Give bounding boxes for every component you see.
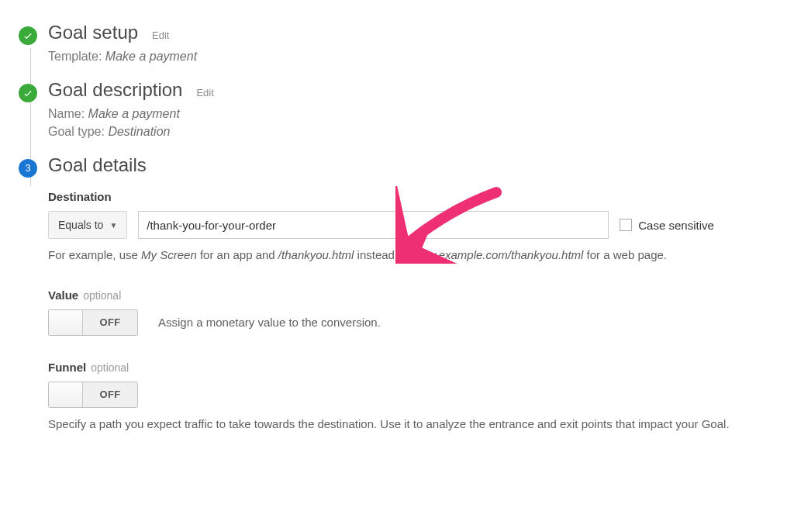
step-title: Goal setup <box>48 22 138 43</box>
step-goal-details: 3 Goal details Destination Equals to ▼ C… <box>19 154 775 447</box>
value-description: Assign a monetary value to the conversio… <box>158 316 381 329</box>
toggle-state: OFF <box>83 382 137 407</box>
destination-input[interactable] <box>138 211 609 239</box>
funnel-description: Specify a path you expect traffic to tak… <box>48 416 775 434</box>
step-goal-description: Goal description Edit Name: Make a payme… <box>19 79 775 154</box>
step-title: Goal description <box>48 79 182 101</box>
value-toggle[interactable]: OFF <box>48 309 138 336</box>
case-sensitive-label: Case sensitive <box>638 219 714 232</box>
case-sensitive-checkbox[interactable] <box>620 219 632 231</box>
edit-link[interactable]: Edit <box>152 29 169 41</box>
funnel-label: Funnel optional <box>48 361 775 374</box>
step-number-badge: 3 <box>19 159 37 178</box>
toggle-state: OFF <box>83 310 137 335</box>
toggle-knob <box>49 310 83 335</box>
destination-hint: For example, use My Screen for an app an… <box>48 247 769 264</box>
destination-label: Destination <box>48 190 775 203</box>
funnel-toggle[interactable]: OFF <box>48 382 138 408</box>
step-title: Goal details <box>48 154 147 176</box>
step-subtext: Template: Make a payment <box>48 48 775 65</box>
checkmark-icon <box>19 84 37 102</box>
checkmark-icon <box>19 26 37 45</box>
caret-down-icon: ▼ <box>109 221 117 230</box>
value-label: Value optional <box>48 288 775 302</box>
dropdown-label: Equals to <box>58 219 103 231</box>
match-type-dropdown[interactable]: Equals to ▼ <box>48 211 127 239</box>
step-goal-setup: Goal setup Edit Template: Make a payment <box>19 22 775 79</box>
edit-link[interactable]: Edit <box>196 87 213 98</box>
step-subtext: Name: Make a payment Goal type: Destinat… <box>48 105 775 140</box>
toggle-knob <box>49 382 83 407</box>
